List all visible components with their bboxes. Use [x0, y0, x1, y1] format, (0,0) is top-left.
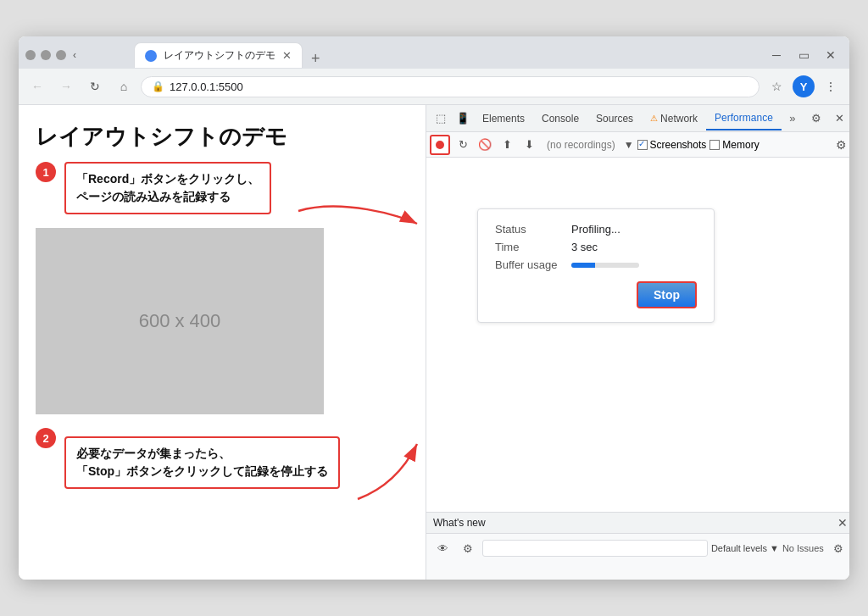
filter-input[interactable] [482, 540, 708, 557]
step2-circle: 2 [36, 428, 56, 448]
url-text: 127.0.0.1:5500 [170, 80, 748, 93]
close-button[interactable] [56, 50, 66, 60]
tab-close-icon[interactable]: ✕ [282, 49, 292, 62]
devtools-main: Status Profiling... Time 3 sec Buffer us… [426, 158, 849, 512]
navigation-bar: ← → ↻ ⌂ 🔒 127.0.0.1:5500 ☆ Y ⋮ [19, 69, 849, 104]
placeholder-image: 600 x 400 [36, 228, 324, 414]
memory-label[interactable]: Memory [709, 139, 759, 151]
devtools-tab-elements[interactable]: Elements [474, 108, 533, 130]
devtools-tab-console[interactable]: Console [533, 108, 587, 130]
step1-circle: 1 [36, 162, 56, 182]
devtools-tab-performance[interactable]: Performance [706, 107, 782, 130]
whatsnew-header: What's new ✕ [426, 513, 849, 534]
devtools-close-icon[interactable]: ✕ [829, 108, 849, 130]
refresh-record-button[interactable]: ↻ [453, 136, 472, 154]
whatsnew-eye-icon[interactable]: 👁 [431, 537, 453, 559]
lock-icon: 🔒 [152, 80, 164, 92]
close-window-button[interactable]: ✕ [819, 43, 843, 67]
devtools-tab-network[interactable]: ⚠ Network [642, 108, 706, 130]
restore-window-button[interactable]: ▭ [792, 43, 815, 67]
status-value: Profiling... [571, 223, 620, 236]
active-tab[interactable]: レイアウトシフトのデモ ✕ [134, 42, 303, 68]
browser-chrome: ‹ レイアウトシフトのデモ ✕ + ─ ▭ ✕ ← → ↻ ⌂ 🔒 [19, 36, 849, 105]
minimize-window-button[interactable]: ─ [765, 43, 788, 67]
step2-annotation: 必要なデータが集まったら、 「Stop」ボタンをクリックして記録を停止する [64, 436, 340, 489]
tab-bar: レイアウトシフトのデモ ✕ + [83, 42, 329, 68]
step2-text: 必要なデータが集まったら、 「Stop」ボタンをクリックして記録を停止する [76, 447, 328, 478]
page-area: レイアウトシフトのデモ 1 「Record」ボタンをクリックし、 ページの読み込… [19, 105, 426, 580]
back-button[interactable]: ← [25, 75, 49, 98]
browser-window: ‹ レイアウトシフトのデモ ✕ + ─ ▭ ✕ ← → ↻ ⌂ 🔒 [19, 36, 849, 580]
nav-right-icons: ☆ Y ⋮ [765, 75, 843, 98]
performance-settings-button[interactable]: ⚙ [832, 136, 849, 154]
devtools-inspect-icon[interactable]: ⬚ [430, 108, 452, 130]
screenshots-label[interactable]: Screenshots [637, 139, 707, 151]
whatsnew-panel: What's new ✕ 👁 ⚙ Default levels ▼ No Iss… [426, 512, 849, 580]
whatsnew-toolbar-icon[interactable]: ⚙ [457, 537, 479, 559]
bookmark-icon[interactable]: ☆ [765, 75, 788, 98]
no-issues-label: No Issues [782, 543, 824, 553]
status-row: Status Profiling... [495, 223, 697, 236]
maximize-button[interactable] [41, 50, 51, 60]
time-label: Time [495, 241, 571, 253]
buffer-row: Buffer usage [495, 258, 697, 271]
whatsnew-settings-icon[interactable]: ⚙ [827, 537, 849, 559]
address-bar[interactable]: 🔒 127.0.0.1:5500 [141, 76, 760, 97]
recordings-dropdown-icon[interactable]: ▼ [624, 139, 634, 151]
profile-button[interactable]: Y [792, 75, 815, 98]
devtools-more-tabs-button[interactable]: » [782, 108, 804, 130]
devtools-device-icon[interactable]: 📱 [452, 108, 474, 130]
profile-avatar: Y [793, 75, 815, 97]
minimize-button[interactable] [25, 50, 36, 60]
record-button[interactable] [430, 135, 450, 155]
clear-button[interactable]: 🚫 [476, 136, 494, 154]
profiling-card: Status Profiling... Time 3 sec Buffer us… [477, 208, 715, 323]
forward-button[interactable]: → [54, 75, 78, 98]
new-tab-button[interactable]: + [303, 50, 329, 68]
whatsnew-title: What's new [433, 517, 486, 529]
screenshots-checkbox[interactable] [637, 140, 648, 150]
whatsnew-toolbar: 👁 ⚙ Default levels ▼ No Issues ⚙ [426, 534, 849, 563]
record-dot-icon [436, 141, 444, 149]
browser-content: レイアウトシフトのデモ 1 「Record」ボタンをクリックし、 ページの読み込… [19, 105, 849, 580]
window-controls [25, 50, 66, 60]
devtools-tab-sources[interactable]: Sources [587, 108, 642, 130]
placeholder-label: 600 x 400 [139, 310, 221, 332]
tab-favicon [145, 50, 157, 62]
levels-dropdown[interactable]: Default levels ▼ [711, 543, 779, 553]
buffer-fill [571, 263, 595, 268]
home-button[interactable]: ⌂ [112, 75, 136, 98]
buffer-label: Buffer usage [495, 258, 571, 271]
time-row: Time 3 sec [495, 241, 697, 253]
refresh-button[interactable]: ↻ [83, 75, 107, 98]
step1-text: 「Record」ボタンをクリックし、 ページの読み込みを記録する [76, 172, 259, 203]
title-bar: ‹ レイアウトシフトのデモ ✕ + ─ ▭ ✕ [19, 36, 849, 69]
memory-checkbox[interactable] [709, 140, 720, 150]
stop-button[interactable]: Stop [637, 281, 697, 308]
tab-scroll-left-icon[interactable]: ‹ [73, 49, 76, 61]
devtools-tabs: ⬚ 📱 Elements Console Sources ⚠ Network P… [426, 105, 849, 132]
upload-button[interactable]: ⬆ [498, 136, 516, 154]
devtools-toolbar: ↻ 🚫 ⬆ ⬇ (no recordings) ▼ Screenshots Me… [426, 132, 849, 158]
network-warn-icon: ⚠ [650, 114, 658, 123]
recordings-placeholder: (no recordings) [542, 139, 620, 151]
more-menu-button[interactable]: ⋮ [819, 75, 843, 98]
page-title: レイアウトシフトのデモ [36, 122, 409, 152]
download-button[interactable]: ⬇ [520, 136, 538, 154]
buffer-bar [571, 263, 639, 268]
devtools-panel: ⬚ 📱 Elements Console Sources ⚠ Network P… [426, 105, 849, 580]
whatsnew-close-button[interactable]: ✕ [837, 516, 848, 530]
buffer-bar-wrap [571, 263, 639, 268]
time-value: 3 sec [571, 241, 598, 253]
devtools-more-tabs: » ⚙ ✕ [782, 108, 849, 130]
tab-title: レイアウトシフトのデモ [164, 48, 275, 63]
status-label: Status [495, 223, 571, 236]
step1-annotation: 「Record」ボタンをクリックし、 ページの読み込みを記録する [64, 162, 271, 214]
devtools-settings-icon[interactable]: ⚙ [805, 108, 827, 130]
